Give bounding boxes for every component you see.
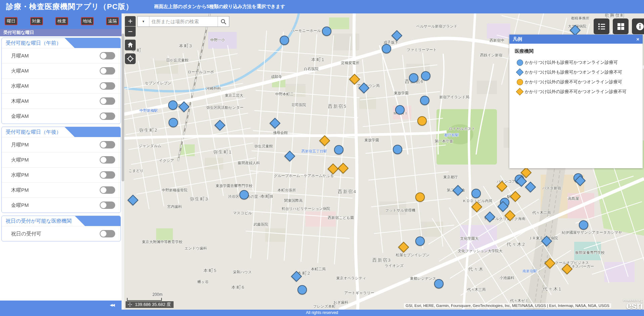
toggle-switch[interactable] [100,82,115,90]
filter-tab-1[interactable]: 曜日 [5,17,17,25]
marker-blue-circle[interactable] [395,105,405,115]
map-attribution: GSI, Esri, HERE, Garmin, Foursquare, Geo… [404,303,611,308]
map-label: ハーモニーホール [291,28,321,33]
marker-blue-circle[interactable] [471,189,481,198]
toggle-switch[interactable] [100,171,115,179]
marker-blue-circle[interactable] [409,73,418,83]
marker-blue-circle[interactable] [169,118,178,127]
marker-blue-circle[interactable] [415,236,425,246]
map-label: こまどり [128,168,143,173]
sidebar-footer: ◀◀ [0,301,122,310]
scale-bar: 200m [127,298,162,301]
station-label: 中野新橋駅 [140,108,158,113]
search-input[interactable] [149,16,218,27]
filter-tab-2[interactable]: 対象 [30,17,43,25]
filter-row-label: 金曜PM [11,202,29,209]
toggle-knob [100,187,106,193]
marker-blue-circle[interactable] [322,27,331,36]
map-label: 佛母会館 [273,130,288,135]
toggle-switch[interactable] [100,201,115,209]
search-box: ▼ [137,16,229,27]
station-label: 都庁前駅 [444,133,459,138]
map-label: 松屋セブンイレブン [396,253,430,258]
toggle-switch[interactable] [100,141,115,148]
station-label: 南新宿駅 [522,269,537,274]
zoom-in-button[interactable]: + [125,16,136,26]
map-label: 文化ファッション大学院大 [458,249,503,254]
map-label: 弥生町3 [190,196,209,202]
marker-blue-circle[interactable] [421,71,430,81]
search-dropdown-button[interactable]: ▼ [138,16,149,27]
filter-tab-4[interactable]: 地域 [81,17,94,25]
map-label: フレンズ本町 [313,304,335,309]
map-label: 都税事務所 [571,16,590,21]
toggle-knob [100,113,106,119]
marker-blue-circle[interactable] [168,100,178,110]
marker-blue-circle[interactable] [239,190,249,199]
minus-icon: − [128,27,133,36]
sidebar-scrollbar-thumb[interactable] [122,34,124,181]
map-label: イクシア [159,158,174,163]
marker-orange-circle[interactable] [417,116,427,126]
legend-circle-icon [515,59,525,66]
toggle-switch[interactable] [100,67,115,75]
toggle-switch[interactable] [100,112,115,120]
marker-blue-circle[interactable] [280,36,289,45]
legend-icon-shape [516,69,524,76]
toggle-knob [100,142,106,148]
sidebar-scrollbar[interactable] [122,13,124,310]
legend-toggle-button[interactable] [594,18,609,34]
toggle-switch[interactable] [100,230,115,237]
sidebar-collapse-button[interactable]: ◀◀ [110,303,114,307]
marker-blue-circle[interactable] [334,145,343,154]
marker-orange-circle[interactable] [415,192,425,202]
map-label: バスタ新宿 [542,186,561,191]
locate-icon [127,55,134,62]
filter-row: 水曜PM [2,167,121,182]
map-label: 代々木1 [543,286,562,292]
search-submit-button[interactable] [218,16,229,27]
map-label: 宮内歯科 [167,204,182,209]
filter-row-label: 火曜AM [11,68,29,74]
marker-blue-circle[interactable] [420,96,429,105]
close-icon[interactable]: × [636,36,639,42]
toggle-knob [100,202,106,208]
toggle-switch[interactable] [100,186,115,194]
filter-tab-3[interactable]: 検査 [55,17,68,25]
map-label: ファミリーマート [407,47,437,52]
map-area[interactable]: 歌舞伎町都税事務所大久保病院西新宿中西鉄イン新宿ベルサール新宿グランド成子坂下フ… [124,13,644,310]
info-button[interactable] [632,18,644,34]
map-label: エンドウ歯科 [184,246,207,251]
toggle-switch[interactable] [100,52,115,59]
filter-group-header: 受付可能な曜日（午後） [2,127,121,137]
map-label: ローヤルコーポ [188,70,214,75]
marker-blue-circle[interactable] [434,279,444,288]
map-label: 本町3 [179,43,193,49]
locate-button[interactable] [125,53,136,64]
marker-blue-circle[interactable] [297,285,307,295]
toggle-switch[interactable] [100,156,115,164]
zoom-out-button[interactable]: − [125,27,136,37]
legend-diamond-icon [515,70,525,75]
crosshair-icon[interactable] [127,302,133,308]
toggle-knob [100,172,106,178]
filter-row: 月曜PM [2,137,121,152]
filter-tab-5[interactable]: 遠隔 [106,17,119,25]
map-label: ライオンズ [385,263,404,268]
basemap-gallery-button[interactable] [613,18,629,34]
legend-body: 医療機関 かかりつけ以外も診療可かつオンライン診療可かかりつけ以外も診療可かつオ… [509,44,643,103]
legend-section-title: 医療機関 [515,48,637,54]
legend-item-label: かかりつけ以外も診療可かつオンライン診療可 [525,59,618,65]
toggle-switch[interactable] [100,97,115,105]
map-label: 西新宿3 [372,257,391,263]
legend-diamond-icon [515,89,525,94]
filter-row-label: 火曜PM [11,157,29,163]
map-label: 西新宿こども園 [328,215,354,220]
home-button[interactable] [125,40,136,50]
marker-blue-circle[interactable] [579,220,588,230]
marker-blue-circle[interactable] [393,145,402,154]
map-label: セブンイレブン [145,81,172,86]
map-label: 弥生区民活動センター [206,105,244,110]
filter-row: 金曜AM [2,108,121,124]
marker-blue-circle[interactable] [382,44,391,53]
